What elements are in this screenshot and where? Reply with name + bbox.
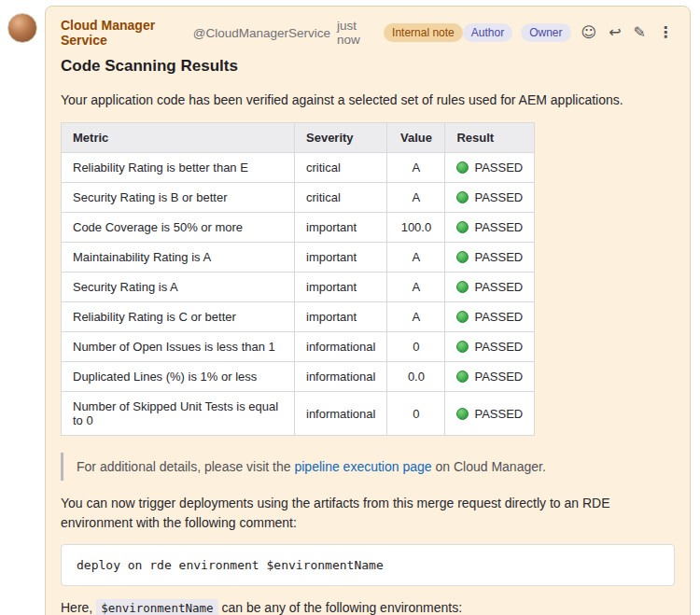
author-role-badge: Author — [463, 23, 512, 42]
passed-status-icon — [456, 281, 469, 293]
severity-cell: important — [295, 243, 387, 273]
metric-cell: Number of Open Issues is less than 1 — [62, 332, 295, 362]
passed-status-icon — [456, 341, 469, 353]
env-text-suffix: can be any of the following environments… — [218, 600, 463, 615]
passed-status-icon — [456, 251, 469, 263]
severity-cell: critical — [295, 153, 387, 183]
value-cell: A — [387, 243, 445, 273]
edit-icon[interactable]: ✎ — [632, 23, 648, 42]
note-header-actions: Author Owner ☺ ↩ ✎ ⋮ — [463, 23, 675, 42]
status-label: PASSED — [474, 250, 523, 264]
owner-role-badge: Owner — [521, 23, 570, 42]
result-cell: PASSED — [445, 243, 535, 273]
passed-status-icon — [456, 311, 469, 323]
passed-status-icon — [456, 408, 469, 420]
deploy-instructions-text: You can now trigger deployments using th… — [61, 494, 675, 532]
table-row: Number of Skipped Unit Tests is equal to… — [62, 392, 535, 436]
more-options-icon[interactable]: ⋮ — [656, 23, 675, 42]
note-title: Code Scanning Results — [61, 57, 675, 76]
environments-text: Here, $environmentName can be any of the… — [61, 598, 675, 615]
result-cell: PASSED — [445, 302, 535, 332]
value-cell: 0 — [387, 332, 445, 362]
metric-cell: Security Rating is B or better — [62, 183, 295, 213]
table-row: Maintainability Rating is A important A … — [62, 243, 535, 273]
status-label: PASSED — [474, 280, 523, 294]
status-label: PASSED — [474, 161, 523, 175]
table-row: Reliability Rating is better than E crit… — [62, 153, 535, 183]
code-scanning-results-table: Metric Severity Value Result Reliability… — [61, 122, 535, 436]
details-blockquote: For additional details, please visit the… — [61, 453, 675, 481]
internal-note-card: Cloud Manager Service @CloudManagerServi… — [45, 6, 691, 615]
column-header-value: Value — [387, 123, 445, 153]
status-label: PASSED — [474, 370, 523, 384]
result-cell: PASSED — [445, 183, 535, 213]
result-cell: PASSED — [445, 362, 535, 392]
severity-cell: critical — [295, 183, 387, 213]
passed-status-icon — [456, 161, 469, 174]
internal-note-badge: Internal note — [384, 23, 463, 42]
table-row: Duplicated Lines (%) is 1% or less infor… — [62, 362, 535, 392]
blockquote-text: on Cloud Manager. — [432, 459, 546, 474]
value-cell: 100.0 — [387, 213, 445, 243]
severity-cell: informational — [295, 332, 387, 362]
blockquote-text: For additional details, please visit the — [77, 459, 294, 474]
add-reaction-icon[interactable]: ☺ — [580, 23, 599, 42]
table-row: Security Rating is A important A PASSED — [62, 273, 535, 302]
intro-text: Your application code has been verified … — [61, 91, 675, 109]
result-cell: PASSED — [445, 273, 535, 302]
result-cell: PASSED — [445, 392, 535, 436]
table-row: Security Rating is B or better critical … — [62, 183, 535, 213]
timestamp[interactable]: just now — [337, 19, 377, 47]
note-body: Code Scanning Results Your application c… — [61, 57, 675, 615]
author-handle: @CloudManagerService — [193, 26, 330, 40]
severity-cell: informational — [295, 362, 387, 392]
severity-cell: important — [295, 302, 387, 332]
column-header-severity: Severity — [295, 123, 387, 153]
status-label: PASSED — [474, 310, 523, 324]
result-cell: PASSED — [445, 153, 535, 183]
metric-cell: Security Rating is A — [62, 273, 295, 302]
severity-cell: important — [295, 213, 387, 243]
passed-status-icon — [456, 370, 469, 383]
status-label: PASSED — [474, 190, 523, 204]
metric-cell: Reliability Rating is C or better — [62, 302, 295, 332]
status-label: PASSED — [474, 220, 523, 234]
metric-cell: Code Coverage is 50% or more — [62, 213, 295, 243]
value-cell: 0 — [387, 392, 445, 436]
page: Cloud Manager Service @CloudManagerServi… — [0, 0, 700, 615]
table-row: Reliability Rating is C or better import… — [62, 302, 535, 332]
metric-cell: Reliability Rating is better than E — [62, 153, 295, 183]
deploy-command-code-block: deploy on rde environment $environmentNa… — [61, 544, 675, 586]
metric-cell: Duplicated Lines (%) is 1% or less — [62, 362, 295, 392]
table-row: Number of Open Issues is less than 1 inf… — [62, 332, 535, 362]
avatar[interactable] — [7, 13, 37, 43]
value-cell: A — [387, 273, 445, 302]
table-row: Code Coverage is 50% or more important 1… — [62, 213, 535, 243]
pipeline-execution-link[interactable]: pipeline execution page — [294, 459, 431, 474]
passed-status-icon — [456, 221, 469, 233]
table-header-row: Metric Severity Value Result — [62, 123, 535, 153]
environment-name-inline-code: $environmentName — [96, 599, 217, 615]
author-name[interactable]: Cloud Manager Service — [61, 18, 187, 48]
passed-status-icon — [456, 191, 469, 203]
value-cell: A — [387, 302, 445, 332]
value-cell: A — [387, 153, 445, 183]
note-header: Cloud Manager Service @CloudManagerServi… — [61, 18, 675, 48]
result-cell: PASSED — [445, 213, 535, 243]
status-label: PASSED — [474, 407, 523, 421]
metric-cell: Number of Skipped Unit Tests is equal to… — [62, 392, 295, 436]
note-wrapper: Cloud Manager Service @CloudManagerServi… — [7, 6, 691, 615]
severity-cell: informational — [295, 392, 387, 436]
value-cell: A — [387, 183, 445, 213]
value-cell: 0.0 — [387, 362, 445, 392]
status-label: PASSED — [474, 340, 523, 354]
column-header-metric: Metric — [62, 123, 295, 153]
env-text-prefix: Here, — [61, 600, 96, 615]
reply-icon[interactable]: ↩ — [607, 23, 623, 42]
note-header-left: Cloud Manager Service @CloudManagerServi… — [61, 18, 463, 48]
severity-cell: important — [295, 273, 387, 302]
metric-cell: Maintainability Rating is A — [62, 243, 295, 273]
column-header-result: Result — [445, 123, 535, 153]
result-cell: PASSED — [445, 332, 535, 362]
